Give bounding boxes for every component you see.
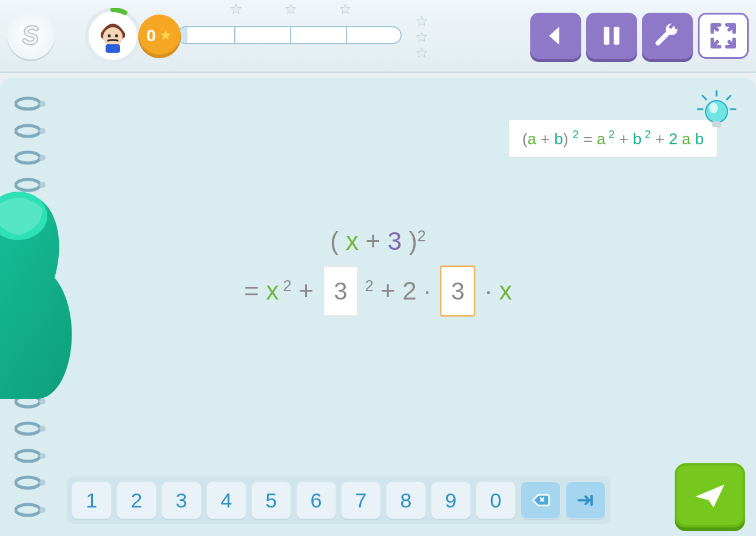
svg-point-0 xyxy=(87,10,139,62)
spiral-binding xyxy=(15,84,57,530)
pause-button[interactable] xyxy=(586,13,637,59)
key-4[interactable]: 4 xyxy=(206,481,246,519)
app-logo xyxy=(7,12,55,59)
equation-line-2: = x 2 + 3 2 + 2 · 3 · x xyxy=(244,266,511,317)
pause-icon xyxy=(598,22,625,49)
key-6[interactable]: 6 xyxy=(296,481,336,519)
svg-point-26 xyxy=(16,342,40,353)
key-0[interactable]: 0 xyxy=(476,481,516,519)
notebook-area: (a + b) 2 = a 2 + b 2 + 2 a b ( x + 3 )2… xyxy=(0,78,756,536)
svg-point-20 xyxy=(16,261,40,272)
svg-rect-6 xyxy=(604,27,609,44)
svg-point-38 xyxy=(16,504,40,515)
avatar-progress-arc xyxy=(85,8,141,64)
top-bar: 0 xyxy=(0,0,756,73)
logo-s-icon xyxy=(18,22,44,49)
svg-point-8 xyxy=(16,98,40,109)
key-1[interactable]: 1 xyxy=(72,481,112,519)
svg-point-23 xyxy=(39,290,46,296)
key-7[interactable]: 7 xyxy=(341,481,381,519)
answer-box-2[interactable]: 3 xyxy=(440,266,476,317)
svg-point-32 xyxy=(16,423,40,434)
submit-button[interactable] xyxy=(675,463,745,528)
wrench-icon xyxy=(654,22,681,49)
hint-a: a xyxy=(527,130,536,148)
svg-rect-48 xyxy=(712,121,721,127)
svg-rect-7 xyxy=(614,27,619,44)
svg-point-16 xyxy=(16,207,40,218)
key-9[interactable]: 9 xyxy=(431,481,471,519)
answer-box-1[interactable]: 3 xyxy=(323,266,358,317)
svg-point-11 xyxy=(39,128,46,134)
score-value: 0 xyxy=(146,26,156,45)
topbar-right-controls xyxy=(530,13,749,59)
svg-point-39 xyxy=(39,507,46,513)
key-backspace[interactable] xyxy=(521,481,561,519)
svg-point-28 xyxy=(16,369,40,380)
svg-point-17 xyxy=(39,209,46,215)
svg-point-15 xyxy=(39,182,46,188)
svg-line-43 xyxy=(727,96,731,99)
chevron-left-icon xyxy=(542,22,569,49)
svg-point-14 xyxy=(16,179,40,190)
svg-point-9 xyxy=(39,101,46,107)
svg-point-30 xyxy=(16,396,40,407)
svg-point-34 xyxy=(16,451,40,461)
progress-area xyxy=(177,18,408,54)
svg-point-27 xyxy=(39,344,46,350)
svg-point-22 xyxy=(16,288,40,299)
paper-plane-icon xyxy=(693,478,727,512)
svg-point-47 xyxy=(709,102,718,113)
svg-point-35 xyxy=(39,453,46,459)
back-button[interactable] xyxy=(530,13,581,59)
svg-point-19 xyxy=(39,236,46,242)
svg-line-42 xyxy=(703,96,706,99)
svg-point-25 xyxy=(39,317,46,323)
star-icon xyxy=(158,28,173,43)
progress-bar xyxy=(177,26,402,44)
score-badge: 0 xyxy=(138,15,181,57)
svg-point-33 xyxy=(39,426,46,432)
equation: ( x + 3 )2 = x 2 + 3 2 + 2 · 3 · x xyxy=(244,217,511,317)
hint-formula: (a + b) 2 = a 2 + b 2 + 2 a b xyxy=(509,120,717,157)
svg-point-24 xyxy=(16,315,40,326)
svg-point-29 xyxy=(39,372,46,378)
svg-point-37 xyxy=(39,480,46,486)
backspace-icon xyxy=(532,491,550,509)
lightbulb-icon xyxy=(695,90,738,132)
svg-point-18 xyxy=(16,233,40,244)
fullscreen-icon xyxy=(709,21,738,50)
tab-right-icon xyxy=(576,491,595,509)
equation-line-1: ( x + 3 )2 xyxy=(244,217,511,266)
svg-point-31 xyxy=(39,398,46,404)
svg-point-10 xyxy=(16,126,40,136)
key-5[interactable]: 5 xyxy=(251,481,291,519)
hint-button[interactable] xyxy=(695,90,738,132)
keypad: 1 2 3 4 5 6 7 8 9 0 xyxy=(67,477,610,524)
avatar xyxy=(85,8,141,64)
svg-point-21 xyxy=(39,263,46,269)
svg-point-36 xyxy=(16,477,40,488)
settings-button[interactable] xyxy=(642,13,693,59)
svg-point-13 xyxy=(39,155,46,161)
key-next[interactable] xyxy=(565,481,606,519)
fullscreen-button[interactable] xyxy=(698,13,749,59)
hint-b: b xyxy=(554,130,562,148)
key-3[interactable]: 3 xyxy=(161,481,201,519)
key-8[interactable]: 8 xyxy=(386,481,426,519)
progress-end-stars xyxy=(415,15,428,62)
svg-point-12 xyxy=(16,152,40,163)
key-2[interactable]: 2 xyxy=(116,481,157,519)
